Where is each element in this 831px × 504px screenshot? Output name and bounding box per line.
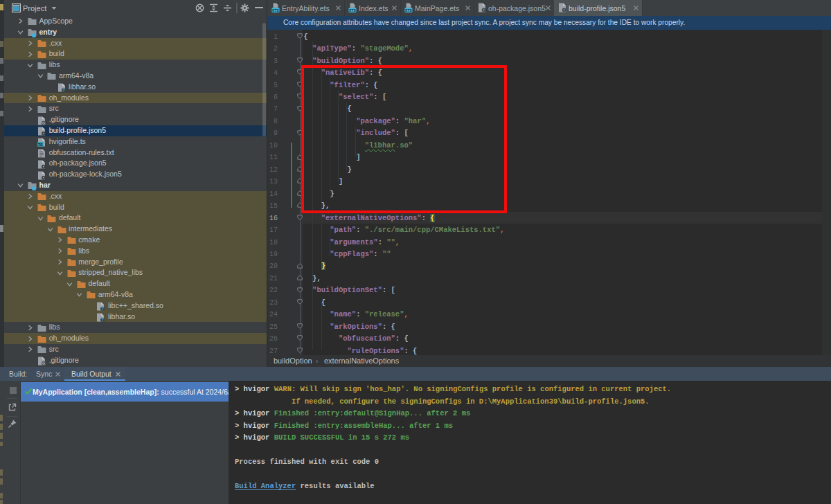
svg-text:?: ? bbox=[62, 87, 65, 92]
svg-text:TS: TS bbox=[38, 143, 43, 147]
svg-text:?: ? bbox=[101, 306, 104, 311]
svg-text:ETS: ETS bbox=[349, 8, 356, 12]
svg-text:ETS: ETS bbox=[272, 8, 279, 12]
svg-text:ETS: ETS bbox=[405, 8, 412, 12]
svg-text:?: ? bbox=[101, 317, 104, 322]
